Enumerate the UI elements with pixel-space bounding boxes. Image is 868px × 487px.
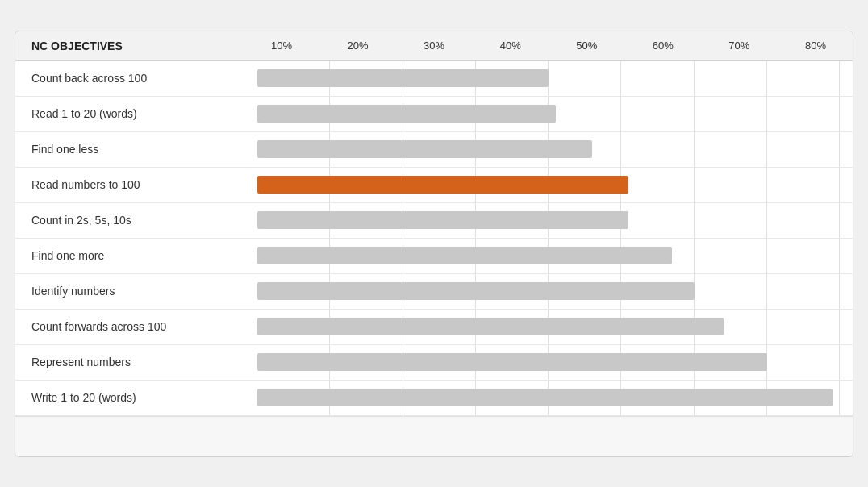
chart-row: Read numbers to 100 xyxy=(15,168,853,203)
row-bar-area xyxy=(257,203,853,238)
row-label: Identify numbers xyxy=(15,285,257,298)
row-label: Write 1 to 20 (words) xyxy=(15,391,257,404)
bar xyxy=(257,69,549,87)
header-tick: 20% xyxy=(334,40,382,52)
row-bar-area xyxy=(257,168,853,202)
bar xyxy=(257,318,724,335)
chart-body: Count back across 100Read 1 to 20 (words… xyxy=(15,61,853,416)
bar-highlighted xyxy=(257,176,628,194)
bar xyxy=(257,282,695,300)
header-tick: 10% xyxy=(257,40,306,52)
row-label: Find one more xyxy=(15,249,257,262)
chart-row: Count forwards across 100 xyxy=(15,310,853,345)
row-label: Count forwards across 100 xyxy=(15,320,257,333)
header-ticks: 10%20%30%40%50%60%70%80% xyxy=(257,40,853,52)
row-label: Represent numbers xyxy=(15,356,257,368)
row-bar-area xyxy=(257,239,853,273)
chart-header: NC OBJECTIVES 10%20%30%40%50%60%70%80% xyxy=(15,31,853,61)
row-bar-area xyxy=(257,381,853,415)
header-tick: 70% xyxy=(715,40,763,52)
row-label: Read 1 to 20 (words) xyxy=(15,107,257,120)
chart-row: Find one less xyxy=(15,132,853,168)
chart-row: Read 1 to 20 (words) xyxy=(15,97,853,132)
header-tick: 40% xyxy=(486,40,535,52)
header-tick: 30% xyxy=(410,40,458,52)
chart-row: Represent numbers xyxy=(15,345,853,381)
bar xyxy=(257,353,767,371)
chart-row: Count in 2s, 5s, 10s xyxy=(15,203,853,239)
row-bar-area xyxy=(257,132,853,167)
row-bar-area xyxy=(257,61,853,96)
row-bar-area xyxy=(257,97,853,131)
row-bar-area xyxy=(257,310,853,344)
row-bar-area xyxy=(257,345,853,380)
bar xyxy=(257,105,556,123)
chart-row: Identify numbers xyxy=(15,274,853,310)
chart-footer xyxy=(15,416,853,456)
bar xyxy=(257,247,672,264)
row-label: Count in 2s, 5s, 10s xyxy=(15,214,257,227)
bar xyxy=(257,211,628,229)
bar xyxy=(257,140,592,158)
chart-row: Find one more xyxy=(15,239,853,274)
bar xyxy=(257,389,833,406)
row-label: Read numbers to 100 xyxy=(15,178,257,191)
row-label: Count back across 100 xyxy=(15,72,257,85)
row-bar-area xyxy=(257,274,853,309)
chart-row: Count back across 100 xyxy=(15,61,853,97)
header-tick: 50% xyxy=(562,40,611,52)
row-label: Find one less xyxy=(15,143,257,156)
chart-header-label: NC OBJECTIVES xyxy=(15,40,257,52)
header-tick: 60% xyxy=(639,40,687,52)
chart-container: NC OBJECTIVES 10%20%30%40%50%60%70%80% C… xyxy=(15,31,853,457)
header-tick: 80% xyxy=(791,40,840,52)
chart-row: Write 1 to 20 (words) xyxy=(15,381,853,416)
